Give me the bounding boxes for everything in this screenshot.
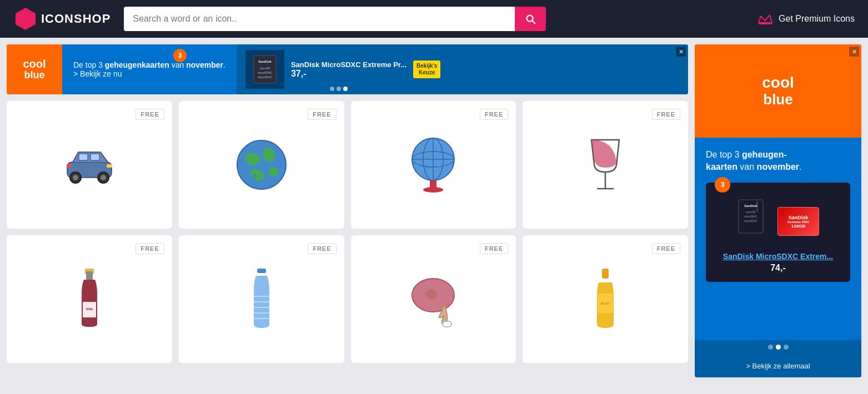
svg-text:microSD: microSD [746,211,756,214]
svg-text:SanDisk: SanDisk [258,60,272,63]
sidebar-ad-top: cool blue [695,44,861,138]
coolblue-blue: blue [24,70,44,81]
sandisk-card-image: SanDisk microSD microSDHC microSDXC [251,53,279,86]
svg-rect-28 [86,271,93,280]
svg-rect-14 [107,164,112,168]
ad-banner[interactable]: cool blue De top 3 geheugenkaarten van n… [7,44,688,94]
sidebar-coolblue-logo: cool blue [762,74,794,107]
free-badge: FREE [652,109,680,120]
svg-rect-15 [67,164,71,168]
svg-point-24 [423,187,443,193]
free-badge: FREE [136,109,164,120]
search-icon [524,13,536,25]
search-input[interactable] [124,7,515,31]
mustard-icon: MUST [589,266,622,332]
sidebar-ad[interactable]: ✕ cool blue De top 3 geheugen-kaarten va… [695,44,861,377]
header: ICONSHOP Get Premium Icons [0,0,868,38]
coolblue-logo-small: cool blue [7,44,62,94]
premium-label: Get Premium Icons [779,14,855,24]
content-area: cool blue De top 3 geheugenkaarten van n… [7,44,688,377]
sidebar-ad-content: De top 3 geheugen-kaarten van november. … [695,138,861,340]
wine-glass-icon [583,134,628,195]
logo[interactable]: ICONSHOP [13,7,111,31]
sidebar-product-price: 74,- [715,263,841,273]
svg-marker-0 [16,8,36,30]
sidebar-ad-text: De top 3 geheugen-kaarten van november. [706,149,850,174]
ad-link[interactable]: > Bekijk ze nu [73,69,225,78]
icon-wine-bottle: WINE [56,266,123,332]
icon-card-water-bottle[interactable]: FREE [179,235,344,363]
sidebar-product-card: 3 SanDisk microSD microSDHC microSDXC AD… [706,183,850,282]
svg-rect-9 [91,154,99,160]
ad-dots [330,87,348,91]
svg-text:microSDHC: microSDHC [744,215,758,218]
icon-card-wine-bottle[interactable]: FREE WINE [7,235,172,363]
icon-turkey [400,266,466,332]
main-layout: cool blue De top 3 geheugenkaarten van n… [0,38,868,384]
sidebar-dots [695,340,861,354]
earth-icon [234,137,289,193]
free-badge: FREE [480,109,508,120]
free-badge: FREE [136,243,164,254]
sidebar-dot-3 [784,345,789,350]
ad-close-button[interactable]: ✕ [676,47,686,57]
svg-rect-39 [443,321,451,327]
icon-grid: FREE [7,101,688,363]
svg-text:WINE: WINE [86,307,93,311]
keuze-badge: Bekijk'sKeuze [413,60,440,78]
sd-extreme-pro: SanDisk Extreme PRO 128GB [777,207,819,236]
svg-text:ADAPTER: ADAPTER [756,201,759,212]
search-bar [124,7,546,31]
svg-point-17 [253,174,257,178]
logo-icon [13,7,38,31]
svg-point-11 [73,175,78,180]
icon-card-turkey[interactable]: FREE [351,235,516,363]
sidebar-dot-2 [776,345,781,350]
free-badge: FREE [480,243,508,254]
ad-headline: De top 3 geheugenkaarten van november. [73,60,225,69]
sidebar-ad-footer[interactable]: > Bekijk ze allemaal [695,354,861,377]
ad-dot-3 [343,87,348,91]
ad-banner-inner: cool blue De top 3 geheugenkaarten van n… [7,44,688,94]
ad-dot-2 [337,87,341,91]
icon-card-car[interactable]: FREE [7,101,172,229]
svg-text:MUST: MUST [601,302,610,305]
ad-card-image: SanDisk microSD microSDHC microSDXC [245,50,284,89]
svg-rect-40 [602,269,609,279]
logo-text: ICONSHOP [41,12,111,26]
search-button[interactable] [515,7,546,31]
sidebar-dot-1 [768,345,773,350]
icon-mustard: MUST [572,266,639,332]
sidebar-footer-link[interactable]: > Bekijk ze allemaal [746,362,810,370]
sidebar-blue: blue [762,92,794,108]
car-icon [59,145,120,184]
premium-link[interactable]: Get Premium Icons [757,13,855,25]
globe-icon [405,134,461,195]
svg-text:SanDisk: SanDisk [744,204,757,208]
svg-point-38 [426,289,437,300]
svg-text:microSDXC: microSDXC [258,75,273,79]
sidebar-ad-close-button[interactable]: ✕ [849,47,859,57]
icon-card-earth[interactable]: FREE [179,101,344,229]
wine-bottle-icon: WINE [73,266,106,332]
ad-badge: 3 [173,49,187,62]
sidebar-cool: cool [762,74,794,92]
svg-point-16 [237,140,286,189]
icon-card-globe[interactable]: FREE [351,101,516,229]
svg-rect-23 [430,180,436,188]
product-name: SanDisk MicroSDXC Extreme Pr... [291,60,407,69]
ad-product-section: SanDisk microSD microSDHC microSDXC SanD… [237,44,688,94]
icon-car [56,132,123,198]
coolblue-cool: cool [23,58,46,70]
product-price: 37,- [291,69,407,79]
svg-text:microSD: microSD [259,67,270,70]
icon-card-mustard[interactable]: FREE MUST [523,235,688,363]
icon-card-wine-glass[interactable]: FREE [523,101,688,229]
svg-rect-31 [257,269,266,273]
ad-text-section: De top 3 geheugenkaarten van november. >… [62,60,237,78]
icon-earth [228,132,295,198]
svg-rect-8 [79,154,88,160]
icon-wine-glass [572,132,639,198]
turkey-leg-icon [403,269,464,330]
icon-water-bottle [228,266,295,332]
